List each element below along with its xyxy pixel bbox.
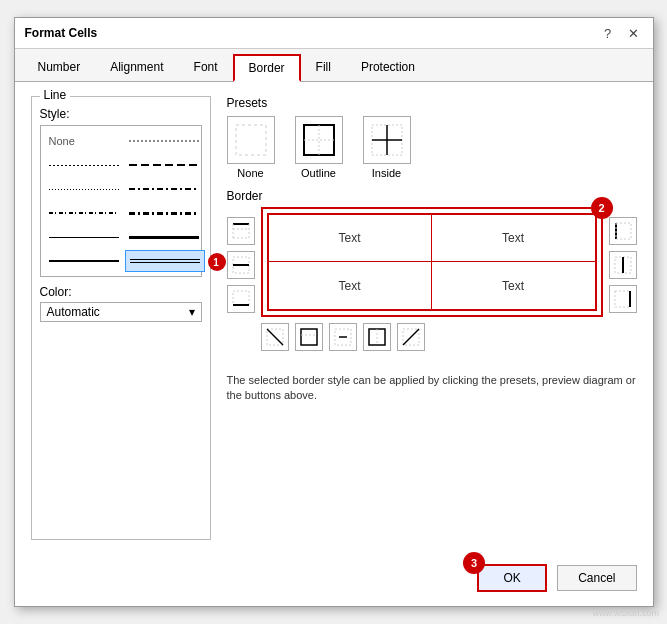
svg-rect-24 <box>301 329 317 345</box>
border-preview[interactable]: Text Text Text Text <box>261 207 603 317</box>
tab-number[interactable]: Number <box>23 54 96 82</box>
preset-inside-label: Inside <box>372 167 401 179</box>
dialog-body: Line Style: None <box>15 82 653 554</box>
close-button[interactable]: ✕ <box>625 24 643 42</box>
line-style-dot1[interactable] <box>45 154 123 176</box>
help-button[interactable]: ? <box>599 24 617 42</box>
format-cells-dialog: Format Cells ? ✕ Number Alignment Font B… <box>14 17 654 607</box>
preview-cell-1: Text <box>269 215 432 262</box>
border-btn-top[interactable] <box>227 217 255 245</box>
none-label: None <box>49 135 75 147</box>
svg-rect-14 <box>233 291 249 305</box>
right-section: Presets None <box>227 96 637 540</box>
svg-line-31 <box>403 329 419 345</box>
svg-line-23 <box>267 329 283 345</box>
badge-1: 1 <box>208 253 226 271</box>
line-style-dashdot[interactable] <box>45 202 123 224</box>
border-left-icon <box>613 221 633 241</box>
line-style-thin[interactable] <box>45 226 123 248</box>
tab-fill[interactable]: Fill <box>301 54 346 82</box>
border-btn-outer-h[interactable] <box>295 323 323 351</box>
border-btn-right[interactable] <box>609 285 637 313</box>
border-left-buttons <box>227 207 255 313</box>
ok-button-wrapper: 3 OK <box>477 564 547 592</box>
line-style-double[interactable]: 1 <box>125 250 205 272</box>
border-main: Text Text Text Text 2 <box>227 207 637 317</box>
presets-row: None Outline <box>227 116 637 179</box>
inner-h-icon <box>333 327 353 347</box>
tab-protection[interactable]: Protection <box>346 54 430 82</box>
color-label: Color: <box>40 285 202 299</box>
dash3-icon <box>129 188 199 190</box>
svg-rect-0 <box>236 125 266 155</box>
preset-none[interactable]: None <box>227 116 275 179</box>
svg-rect-20 <box>615 291 630 307</box>
thin-icon <box>49 237 119 238</box>
main-content: Line Style: None <box>31 96 637 540</box>
ok-button[interactable]: OK <box>477 564 547 592</box>
dash1-icon <box>129 140 199 142</box>
preset-inside-box <box>363 116 411 164</box>
line-legend: Line <box>40 88 71 102</box>
diag-up-icon <box>401 327 421 347</box>
preview-cell-2: Text <box>432 215 595 262</box>
line-style-dash3[interactable] <box>125 178 205 200</box>
line-style-dash2[interactable] <box>125 154 205 176</box>
line-style-medium[interactable] <box>45 250 123 272</box>
dashdot-icon <box>49 212 119 214</box>
preset-none-label: None <box>237 167 263 179</box>
svg-rect-17 <box>616 223 631 239</box>
border-btn-diag-up[interactable] <box>397 323 425 351</box>
preview-cell-3: Text <box>269 262 432 309</box>
preset-none-icon <box>234 123 268 157</box>
style-label: Style: <box>40 107 202 121</box>
dot2-icon <box>49 189 119 190</box>
border-btn-left[interactable] <box>609 217 637 245</box>
border-bottom-buttons <box>261 323 637 351</box>
border-btn-inner-h[interactable] <box>329 323 357 351</box>
preset-outline-label: Outline <box>301 167 336 179</box>
border-btn-middle-h[interactable] <box>227 251 255 279</box>
outer-v-icon <box>367 327 387 347</box>
border-middle-h-icon <box>231 255 251 275</box>
preset-inside[interactable]: Inside <box>363 116 411 179</box>
border-btn-bottom[interactable] <box>227 285 255 313</box>
tab-bar: Number Alignment Font Border Fill Protec… <box>15 49 653 82</box>
dash2-icon <box>129 164 199 166</box>
watermark: www.wsxdn.com <box>592 608 659 618</box>
tab-alignment[interactable]: Alignment <box>95 54 178 82</box>
border-btn-diag-down[interactable] <box>261 323 289 351</box>
meddashdot-icon <box>129 212 199 215</box>
line-style-meddashdot[interactable] <box>125 202 205 224</box>
border-right-icon <box>613 289 633 309</box>
title-bar-controls: ? ✕ <box>599 24 643 42</box>
border-label: Border <box>227 189 637 203</box>
color-select[interactable]: Automatic ▾ <box>40 302 202 322</box>
border-btn-middle-v[interactable] <box>609 251 637 279</box>
double-icon <box>130 259 200 263</box>
line-style-dash1[interactable] <box>125 130 205 152</box>
border-preview-inner: Text Text Text Text <box>267 213 597 311</box>
tab-border[interactable]: Border <box>233 54 301 82</box>
line-style-thick[interactable] <box>125 226 205 248</box>
cancel-button[interactable]: Cancel <box>557 565 636 591</box>
border-middle-v-icon <box>613 255 633 275</box>
diag-down-icon <box>265 327 285 347</box>
preview-cell-4: Text <box>432 262 595 309</box>
preset-outline[interactable]: Outline <box>295 116 343 179</box>
line-style-none[interactable]: None <box>45 130 123 152</box>
hint-text: The selected border style can be applied… <box>227 373 637 404</box>
border-btn-outer-v[interactable] <box>363 323 391 351</box>
presets-label: Presets <box>227 96 637 110</box>
preset-none-box <box>227 116 275 164</box>
style-box: None <box>40 125 202 277</box>
thick-icon <box>129 236 199 239</box>
dialog-title: Format Cells <box>25 26 98 40</box>
dialog-footer: 3 OK Cancel <box>15 554 653 606</box>
line-style-dot2[interactable] <box>45 178 123 200</box>
badge-3: 3 <box>463 552 485 574</box>
tab-font[interactable]: Font <box>179 54 233 82</box>
preset-outline-box <box>295 116 343 164</box>
title-bar: Format Cells ? ✕ <box>15 18 653 49</box>
presets-section: Presets None <box>227 96 637 179</box>
